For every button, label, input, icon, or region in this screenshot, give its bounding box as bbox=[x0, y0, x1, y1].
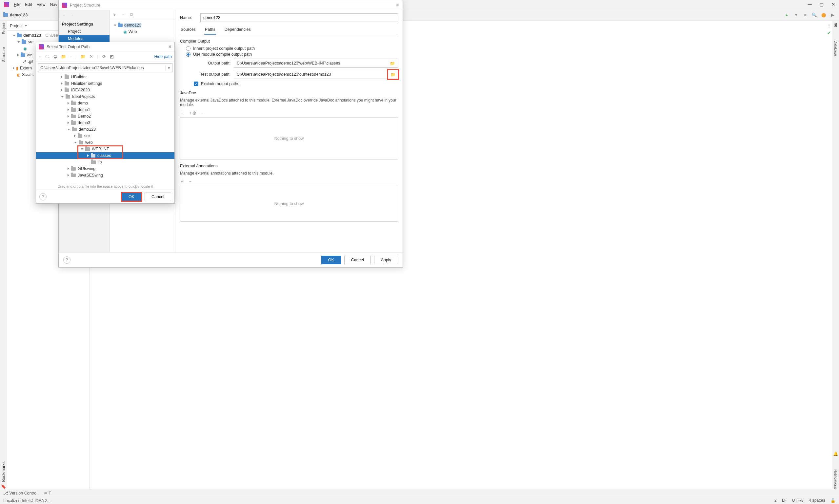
tab-sources[interactable]: Sources bbox=[180, 25, 196, 35]
tree-item-src[interactable]: src bbox=[28, 40, 33, 44]
chevron-down-icon[interactable]: ▾ bbox=[166, 66, 170, 70]
folder-hbuilder[interactable]: HBuilder bbox=[71, 75, 87, 79]
folder-lib[interactable]: lib bbox=[98, 160, 102, 164]
delete-icon[interactable]: ✕ bbox=[89, 54, 93, 59]
remove-icon[interactable]: － bbox=[188, 179, 192, 184]
status-encoding[interactable]: UTF-8 bbox=[792, 498, 804, 503]
folder-ideaprojects[interactable]: IdeaProjects bbox=[72, 94, 95, 99]
more-icon[interactable]: ⋮ bbox=[827, 23, 831, 28]
folder-guiswing[interactable]: GUIswing bbox=[78, 166, 96, 171]
ps-item-project[interactable]: Project bbox=[59, 28, 109, 35]
vcs-tab[interactable]: ⎇ Version Control bbox=[3, 490, 37, 496]
run-icon[interactable]: ▸ bbox=[784, 12, 790, 18]
dropdown-icon[interactable]: ▾ bbox=[793, 12, 799, 18]
minimize-icon[interactable]: — bbox=[808, 2, 812, 7]
module-name-input[interactable] bbox=[200, 14, 398, 22]
project-icon[interactable]: ◒ bbox=[53, 54, 57, 59]
folder-src[interactable]: src bbox=[84, 133, 90, 138]
output-path-input[interactable]: C:\Users\a\IdeaProjects\demo123\web\WEB-… bbox=[234, 59, 398, 68]
exclude-output-checkbox[interactable]: ✓ Exclude output paths bbox=[194, 82, 398, 86]
rail-notifications[interactable]: Notifications bbox=[834, 469, 838, 489]
status-col[interactable]: 2 bbox=[774, 498, 777, 503]
cancel-button[interactable]: Cancel bbox=[344, 256, 371, 264]
add-icon[interactable]: ＋ bbox=[180, 110, 184, 116]
todo-tab[interactable]: ≔ T bbox=[43, 490, 51, 496]
maximize-icon[interactable]: ▢ bbox=[820, 2, 824, 7]
show-hidden-icon[interactable]: ◩ bbox=[110, 54, 114, 59]
folder-web[interactable]: web bbox=[85, 140, 93, 145]
folder-idea2020[interactable]: IDEA2020 bbox=[71, 88, 90, 92]
remove-icon[interactable]: － bbox=[200, 110, 204, 116]
status-readonly-icon[interactable]: 🔓 bbox=[831, 498, 836, 503]
tree-item-external[interactable]: Extern bbox=[20, 66, 32, 70]
analysis-ok-icon[interactable]: ✔ bbox=[827, 31, 831, 35]
menu-file[interactable]: FFileile bbox=[14, 2, 20, 7]
tab-paths[interactable]: Paths bbox=[204, 25, 216, 35]
status-line-sep[interactable]: LF bbox=[782, 498, 787, 503]
tree-item-web[interactable]: we bbox=[27, 53, 32, 57]
folder-hbuilder-settings[interactable]: HBuilder settings bbox=[71, 81, 102, 86]
test-output-path-input[interactable]: C:\Users\a\IdeaProjects\demo123\out\test… bbox=[234, 70, 398, 79]
tree-item-gitignore[interactable]: .git bbox=[28, 59, 33, 64]
apply-button[interactable]: Apply bbox=[374, 256, 398, 264]
cancel-button[interactable]: Cancel bbox=[144, 193, 171, 201]
folder-demo[interactable]: demo bbox=[78, 101, 88, 105]
chevron-down-icon[interactable] bbox=[24, 25, 27, 26]
tree-item-scratches[interactable]: Scratc bbox=[22, 72, 33, 77]
database-icon[interactable]: 🗄 bbox=[834, 23, 838, 28]
new-folder2-icon[interactable]: 📁 bbox=[80, 54, 86, 59]
project-pane-title[interactable]: Project bbox=[10, 23, 23, 28]
copy-icon[interactable]: ⧉ bbox=[130, 13, 133, 17]
browse-test-output-icon[interactable]: 📁 bbox=[388, 69, 398, 79]
ps-item-modules[interactable]: Modules bbox=[59, 35, 109, 42]
rail-structure[interactable]: Structure bbox=[2, 47, 5, 62]
module-icon[interactable]: ▫ bbox=[70, 54, 71, 59]
refresh-icon[interactable]: ⟳ bbox=[102, 54, 106, 59]
radio-inherit[interactable]: Inherit project compile output path bbox=[186, 46, 398, 51]
folder-web-inf[interactable]: WEB-INF bbox=[92, 147, 109, 151]
search-icon[interactable]: 🔍 bbox=[811, 12, 817, 18]
hide-path-link[interactable]: Hide path bbox=[154, 54, 172, 59]
add-url-icon[interactable]: ＋◍ bbox=[188, 110, 196, 116]
folder-demo123[interactable]: demo123 bbox=[79, 127, 96, 132]
home-icon[interactable]: ⌂ bbox=[39, 54, 41, 59]
new-folder-icon[interactable]: 📁 bbox=[61, 54, 66, 59]
bookmark-icon[interactable]: 🔖 bbox=[1, 484, 6, 489]
module-demo123[interactable]: demo123 bbox=[124, 23, 141, 28]
breadcrumb[interactable]: demo123 bbox=[3, 13, 28, 17]
ok-button[interactable]: OK bbox=[321, 256, 341, 264]
rail-bookmarks[interactable]: Bookmarks bbox=[1, 462, 6, 482]
browse-folder-icon[interactable]: 📁 bbox=[390, 61, 395, 66]
chevron-down-icon[interactable] bbox=[114, 24, 116, 26]
menu-view[interactable]: View bbox=[37, 2, 46, 7]
module-tree[interactable]: demo123 ◉Web bbox=[110, 20, 175, 37]
chevron-right-icon[interactable] bbox=[17, 54, 19, 56]
add-icon[interactable]: ＋ bbox=[113, 12, 117, 18]
rail-project[interactable]: Project bbox=[2, 23, 5, 34]
ide-update-icon[interactable]: ⬤ bbox=[821, 12, 826, 18]
back-icon[interactable]: ← bbox=[62, 13, 66, 17]
folder-classes[interactable]: classes bbox=[97, 153, 111, 158]
close-icon[interactable]: ✕ bbox=[832, 2, 835, 7]
help-icon[interactable]: ? bbox=[39, 193, 47, 200]
menu-edit[interactable]: Edit bbox=[25, 2, 32, 7]
folder-demo2[interactable]: Demo2 bbox=[78, 114, 91, 119]
close-icon[interactable]: ✕ bbox=[168, 44, 172, 49]
folder-javaseswing[interactable]: JavaSESwing bbox=[78, 173, 103, 178]
folder-demo3[interactable]: demo3 bbox=[78, 121, 90, 125]
ok-button[interactable]: OK bbox=[122, 193, 141, 201]
desktop-icon[interactable]: 🖵 bbox=[45, 54, 50, 59]
status-indent[interactable]: 4 spaces bbox=[809, 498, 825, 503]
rail-database[interactable]: Database bbox=[834, 41, 838, 56]
add-icon[interactable]: ＋ bbox=[180, 179, 184, 184]
remove-icon[interactable]: － bbox=[121, 12, 125, 18]
forward-icon[interactable]: → bbox=[70, 13, 74, 17]
code-with-me-icon[interactable]: ▶ bbox=[830, 12, 836, 18]
menu-navigate[interactable]: Nav bbox=[50, 2, 57, 7]
radio-use-module[interactable]: Use module compile output path bbox=[186, 52, 398, 57]
help-icon[interactable]: ? bbox=[63, 256, 70, 264]
close-icon[interactable]: ✕ bbox=[396, 3, 399, 7]
chevron-down-icon[interactable] bbox=[17, 41, 20, 43]
sp-tree[interactable]: HBuilder HBuilder settings IDEA2020 Idea… bbox=[36, 74, 174, 183]
chevron-down-icon[interactable] bbox=[13, 35, 15, 36]
